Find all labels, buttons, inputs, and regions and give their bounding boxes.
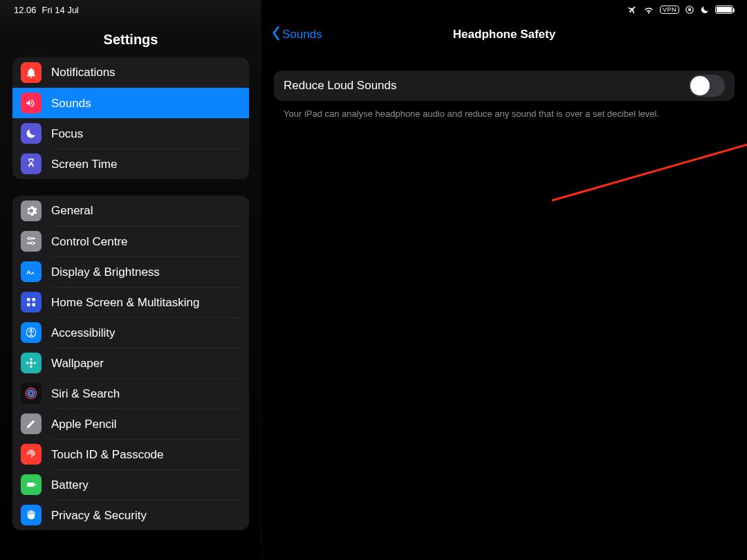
chevron-left-icon [271,26,281,44]
sidebar-item-sounds[interactable]: Sounds [12,88,249,118]
sidebar-item-apple-pencil[interactable]: Apple Pencil [12,409,249,439]
sidebar-group-personal: Notifications Sounds Focus Screen Time [12,57,249,179]
sidebar-item-privacy[interactable]: Privacy & Security [12,500,249,530]
svg-text:A: A [31,271,35,275]
svg-point-21 [30,392,33,395]
sidebar-item-label: Accessibility [51,326,116,340]
hourglass-icon [21,153,42,174]
svg-point-15 [30,358,32,360]
text-size-icon: AA [21,261,42,282]
speaker-icon [21,93,42,113]
sidebar-item-general[interactable]: General [12,196,249,226]
fingerprint-icon [21,444,42,465]
sidebar-item-label: Wallpaper [51,357,104,371]
battery-icon [715,6,733,14]
svg-rect-23 [35,484,36,486]
battery-icon [21,474,42,495]
sidebar-item-display[interactable]: AA Display & Brightness [12,256,249,287]
grid-icon [21,292,42,312]
settings-sidebar: Settings Notifications Sounds Focus [0,0,261,560]
gear-icon [21,200,42,221]
sidebar-item-label: Sounds [51,97,91,111]
sidebar-item-label: Battery [51,478,89,492]
sidebar-item-wallpaper[interactable]: Wallpaper [12,348,249,378]
svg-rect-10 [27,304,30,307]
sidebar-item-notifications[interactable]: Notifications [12,57,249,88]
sidebar-item-focus[interactable]: Focus [12,118,249,149]
svg-rect-1 [688,9,691,11]
flower-icon [21,353,42,373]
sidebar-item-home-screen[interactable]: Home Screen & Multitasking [12,287,249,317]
status-time: 12.06 [14,5,37,15]
svg-point-16 [30,366,32,368]
sidebar-item-control-centre[interactable]: Control Centre [12,226,249,256]
sidebar-item-label: Apple Pencil [51,418,117,431]
sidebar-item-touch-id[interactable]: Touch ID & Passcode [12,439,249,469]
wifi-icon [643,4,654,15]
svg-text:A: A [26,269,31,276]
sidebar-item-battery[interactable]: Battery [12,469,249,500]
reduce-loud-sounds-toggle[interactable] [689,75,725,97]
siri-icon [21,383,42,404]
detail-navbar: Sounds Headphone Safety [261,19,747,50]
hand-icon [21,505,42,525]
sidebar-item-label: Touch ID & Passcode [51,448,164,462]
svg-point-18 [34,362,36,364]
status-date: Fri 14 Jul [42,5,79,15]
sidebar-item-screen-time[interactable]: Screen Time [12,149,249,179]
back-button[interactable]: Sounds [271,26,322,44]
svg-rect-9 [33,298,36,301]
sidebar-item-label: Control Centre [51,235,128,249]
svg-point-20 [28,391,35,397]
sidebar-item-label: Display & Brightness [51,265,160,279]
back-label: Sounds [282,28,322,41]
sidebar-item-label: Focus [51,127,83,141]
moon-icon [700,5,710,15]
svg-point-17 [26,362,28,364]
sidebar-item-label: Notifications [51,66,116,80]
svg-rect-22 [27,483,35,487]
svg-point-5 [31,242,34,245]
detail-pane: Sounds Headphone Safety Reduce Loud Soun… [261,0,747,560]
svg-rect-8 [27,298,30,301]
svg-point-13 [30,329,32,330]
sidebar-item-label: Privacy & Security [51,509,147,523]
svg-point-14 [30,362,33,365]
sidebar-item-label: General [51,204,93,218]
bell-icon [21,62,42,83]
moon-icon [21,123,42,144]
svg-rect-11 [33,304,36,307]
toggle-knob [690,76,710,95]
sidebar-item-accessibility[interactable]: Accessibility [12,317,249,348]
page-title: Headphone Safety [453,28,555,41]
svg-point-3 [28,237,31,240]
accessibility-icon [21,322,42,343]
sidebar-item-label: Home Screen & Multitasking [51,296,199,310]
row-label: Reduce Loud Sounds [284,79,397,93]
sliders-icon [21,231,42,252]
vpn-badge: VPN [660,6,679,14]
orientation-lock-icon [685,5,694,15]
airplane-mode-icon [628,5,638,15]
pencil-icon [21,413,42,434]
sidebar-item-label: Screen Time [51,158,117,171]
section-footer: Your iPad can analyse headphone audio an… [274,101,735,120]
status-bar: 12.06 Fri 14 Jul VPN [0,0,747,19]
sidebar-item-label: Siri & Search [51,387,120,401]
sidebar-item-siri[interactable]: Siri & Search [12,378,249,409]
sidebar-title: Settings [0,19,261,57]
reduce-loud-sounds-row: Reduce Loud Sounds [274,71,735,101]
sidebar-group-general: General Control Centre AA Display & Brig… [12,196,249,530]
